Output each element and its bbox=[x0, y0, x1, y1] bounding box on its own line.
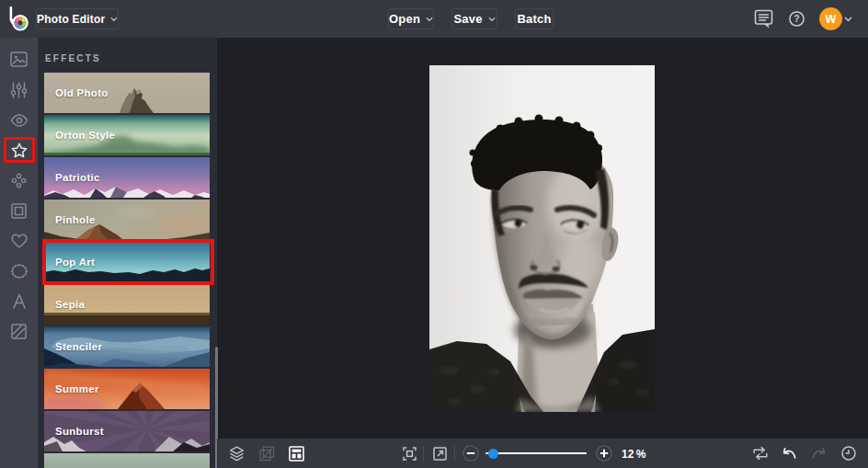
svg-text:?: ? bbox=[794, 13, 799, 24]
